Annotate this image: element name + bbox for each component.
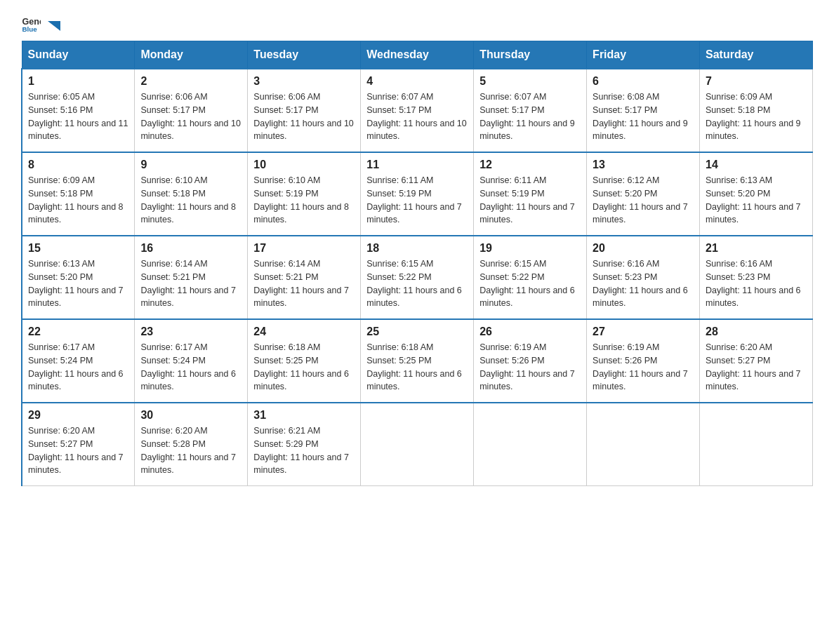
header-sunday: Sunday (22, 41, 135, 69)
table-row: 23 Sunrise: 6:17 AM Sunset: 5:24 PM Dayl… (135, 319, 248, 403)
day-info: Sunrise: 6:20 AM Sunset: 5:27 PM Dayligh… (28, 424, 128, 477)
day-number: 18 (366, 242, 468, 255)
header-tuesday: Tuesday (248, 41, 361, 69)
day-info: Sunrise: 6:08 AM Sunset: 5:17 PM Dayligh… (593, 90, 694, 143)
day-info: Sunrise: 6:15 AM Sunset: 5:22 PM Dayligh… (366, 257, 468, 310)
table-row: 20 Sunrise: 6:16 AM Sunset: 5:23 PM Dayl… (587, 236, 700, 319)
table-row: 17 Sunrise: 6:14 AM Sunset: 5:21 PM Dayl… (248, 236, 361, 319)
day-number: 2 (140, 75, 241, 88)
table-row: 16 Sunrise: 6:14 AM Sunset: 5:21 PM Dayl… (135, 236, 248, 319)
day-info: Sunrise: 6:16 AM Sunset: 5:23 PM Dayligh… (706, 257, 807, 310)
table-row: 29 Sunrise: 6:20 AM Sunset: 5:27 PM Dayl… (22, 403, 135, 486)
day-number: 11 (366, 159, 468, 171)
day-info: Sunrise: 6:10 AM Sunset: 5:18 PM Dayligh… (140, 174, 241, 227)
calendar-week-row: 29 Sunrise: 6:20 AM Sunset: 5:27 PM Dayl… (22, 403, 813, 486)
header-monday: Monday (135, 41, 248, 69)
calendar-week-row: 15 Sunrise: 6:13 AM Sunset: 5:20 PM Dayl… (22, 236, 813, 319)
header-thursday: Thursday (474, 41, 587, 69)
day-info: Sunrise: 6:13 AM Sunset: 5:20 PM Dayligh… (28, 257, 128, 310)
day-info: Sunrise: 6:17 AM Sunset: 5:24 PM Dayligh… (140, 341, 241, 394)
day-number: 15 (28, 242, 128, 255)
table-row (587, 403, 700, 486)
table-row: 13 Sunrise: 6:12 AM Sunset: 5:20 PM Dayl… (587, 152, 700, 236)
day-info: Sunrise: 6:19 AM Sunset: 5:26 PM Dayligh… (593, 341, 694, 394)
calendar-week-row: 1 Sunrise: 6:05 AM Sunset: 5:16 PM Dayli… (22, 69, 813, 152)
day-number: 29 (28, 409, 128, 422)
table-row (474, 403, 587, 486)
table-row: 1 Sunrise: 6:05 AM Sunset: 5:16 PM Dayli… (22, 69, 135, 152)
table-row: 6 Sunrise: 6:08 AM Sunset: 5:17 PM Dayli… (587, 69, 700, 152)
day-number: 8 (28, 159, 128, 171)
day-info: Sunrise: 6:10 AM Sunset: 5:19 PM Dayligh… (253, 174, 355, 227)
day-info: Sunrise: 6:07 AM Sunset: 5:17 PM Dayligh… (479, 90, 581, 143)
svg-marker-2 (48, 21, 60, 31)
header-wednesday: Wednesday (361, 41, 474, 69)
day-info: Sunrise: 6:21 AM Sunset: 5:29 PM Dayligh… (253, 424, 355, 477)
table-row: 2 Sunrise: 6:06 AM Sunset: 5:17 PM Dayli… (135, 69, 248, 152)
table-row: 22 Sunrise: 6:17 AM Sunset: 5:24 PM Dayl… (22, 319, 135, 403)
day-number: 19 (479, 242, 581, 255)
day-number: 24 (253, 326, 355, 338)
day-number: 17 (253, 242, 355, 255)
day-number: 30 (140, 409, 241, 422)
day-info: Sunrise: 6:18 AM Sunset: 5:25 PM Dayligh… (366, 341, 468, 394)
table-row: 25 Sunrise: 6:18 AM Sunset: 5:25 PM Dayl… (361, 319, 474, 403)
logo-triangle-icon (46, 18, 62, 34)
day-info: Sunrise: 6:09 AM Sunset: 5:18 PM Dayligh… (28, 174, 128, 227)
table-row: 26 Sunrise: 6:19 AM Sunset: 5:26 PM Dayl… (474, 319, 587, 403)
day-info: Sunrise: 6:18 AM Sunset: 5:25 PM Dayligh… (253, 341, 355, 394)
day-info: Sunrise: 6:12 AM Sunset: 5:20 PM Dayligh… (593, 174, 694, 227)
table-row: 14 Sunrise: 6:13 AM Sunset: 5:20 PM Dayl… (700, 152, 813, 236)
day-info: Sunrise: 6:09 AM Sunset: 5:18 PM Dayligh… (706, 90, 807, 143)
day-number: 7 (706, 75, 807, 88)
day-number: 25 (366, 326, 468, 338)
day-number: 13 (593, 159, 694, 171)
table-row: 9 Sunrise: 6:10 AM Sunset: 5:18 PM Dayli… (135, 152, 248, 236)
day-number: 27 (593, 326, 694, 338)
day-info: Sunrise: 6:16 AM Sunset: 5:23 PM Dayligh… (593, 257, 694, 310)
table-row: 4 Sunrise: 6:07 AM Sunset: 5:17 PM Dayli… (361, 69, 474, 152)
header-saturday: Saturday (700, 41, 813, 69)
svg-text:Blue: Blue (22, 25, 37, 33)
day-number: 21 (706, 242, 807, 255)
day-number: 9 (140, 159, 241, 171)
table-row: 27 Sunrise: 6:19 AM Sunset: 5:26 PM Dayl… (587, 319, 700, 403)
table-row: 11 Sunrise: 6:11 AM Sunset: 5:19 PM Dayl… (361, 152, 474, 236)
table-row: 5 Sunrise: 6:07 AM Sunset: 5:17 PM Dayli… (474, 69, 587, 152)
day-number: 31 (253, 409, 355, 422)
day-number: 22 (28, 326, 128, 338)
table-row: 19 Sunrise: 6:15 AM Sunset: 5:22 PM Dayl… (474, 236, 587, 319)
table-row: 28 Sunrise: 6:20 AM Sunset: 5:27 PM Dayl… (700, 319, 813, 403)
day-number: 26 (479, 326, 581, 338)
day-info: Sunrise: 6:06 AM Sunset: 5:17 PM Dayligh… (140, 90, 241, 143)
day-info: Sunrise: 6:14 AM Sunset: 5:21 PM Dayligh… (140, 257, 241, 310)
table-row (361, 403, 474, 486)
day-number: 3 (253, 75, 355, 88)
day-info: Sunrise: 6:13 AM Sunset: 5:20 PM Dayligh… (706, 174, 807, 227)
calendar-week-row: 22 Sunrise: 6:17 AM Sunset: 5:24 PM Dayl… (22, 319, 813, 403)
table-row: 3 Sunrise: 6:06 AM Sunset: 5:17 PM Dayli… (248, 69, 361, 152)
page-header: General Blue (21, 14, 813, 34)
day-info: Sunrise: 6:15 AM Sunset: 5:22 PM Dayligh… (479, 257, 581, 310)
day-number: 6 (593, 75, 694, 88)
day-info: Sunrise: 6:07 AM Sunset: 5:17 PM Dayligh… (366, 90, 468, 143)
day-info: Sunrise: 6:20 AM Sunset: 5:27 PM Dayligh… (706, 341, 807, 394)
table-row: 31 Sunrise: 6:21 AM Sunset: 5:29 PM Dayl… (248, 403, 361, 486)
day-number: 4 (366, 75, 468, 88)
day-number: 28 (706, 326, 807, 338)
day-number: 20 (593, 242, 694, 255)
day-info: Sunrise: 6:17 AM Sunset: 5:24 PM Dayligh… (28, 341, 128, 394)
weekday-header-row: Sunday Monday Tuesday Wednesday Thursday… (22, 41, 813, 69)
header-friday: Friday (587, 41, 700, 69)
day-info: Sunrise: 6:20 AM Sunset: 5:28 PM Dayligh… (140, 424, 241, 477)
day-info: Sunrise: 6:05 AM Sunset: 5:16 PM Dayligh… (28, 90, 128, 143)
day-number: 16 (140, 242, 241, 255)
logo-icon: General Blue (21, 14, 41, 34)
calendar-week-row: 8 Sunrise: 6:09 AM Sunset: 5:18 PM Dayli… (22, 152, 813, 236)
table-row: 8 Sunrise: 6:09 AM Sunset: 5:18 PM Dayli… (22, 152, 135, 236)
logo: General Blue (21, 14, 62, 34)
day-info: Sunrise: 6:06 AM Sunset: 5:17 PM Dayligh… (253, 90, 355, 143)
table-row: 30 Sunrise: 6:20 AM Sunset: 5:28 PM Dayl… (135, 403, 248, 486)
day-number: 10 (253, 159, 355, 171)
day-info: Sunrise: 6:14 AM Sunset: 5:21 PM Dayligh… (253, 257, 355, 310)
